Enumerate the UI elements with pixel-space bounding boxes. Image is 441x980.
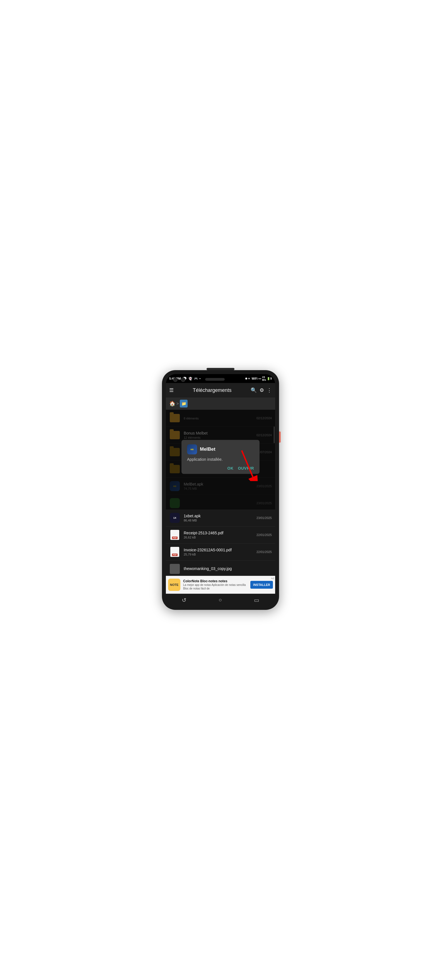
list-item[interactable]: thewomanking_03_copy.jpg	[166, 560, 275, 576]
list-item[interactable]: PDF Invoice-232612A5-0001.pdf 25,79 kB 2…	[166, 544, 275, 560]
home-folder-icon[interactable]: 🏠	[169, 401, 175, 407]
pdf-icon: PDF	[169, 529, 180, 541]
dialog-open-button[interactable]: OUVRIR	[238, 466, 254, 471]
breadcrumb: 🏠 > 📁	[166, 398, 275, 410]
filter-icon[interactable]: ⚙	[260, 387, 264, 393]
ad-label: Ad	[271, 577, 274, 580]
breadcrumb-arrow: >	[177, 401, 179, 406]
search-icon[interactable]: 🔍	[251, 387, 257, 393]
ghost-icon: 👻	[188, 377, 193, 380]
app-title: Téléchargements	[177, 387, 248, 393]
file-name: thewomanking_03_copy.jpg	[184, 566, 272, 571]
file-name: 1xbet.apk	[184, 514, 256, 518]
current-folder-icon[interactable]: 📁	[180, 400, 188, 407]
list-item[interactable]: PDF Receipt-2513-2465.pdf 26,62 kB 22/01…	[166, 527, 275, 544]
ad-text: ColorNote Bloc-notes notes La mejor app …	[183, 579, 248, 590]
ad-install-button[interactable]: INSTALLER	[250, 581, 273, 589]
status-icons: ✱ ᯤ WiFi ▪▪▪ 23B/s 🔋9	[245, 376, 272, 381]
bottom-navigation: ↺ ○ ▭	[166, 594, 275, 606]
install-dialog: MB MelBet Application installée. OK OUVR…	[181, 440, 260, 474]
file-info: 1xbet.apk 86,48 MB	[184, 514, 256, 522]
file-name: Invoice-232612A5-0001.pdf	[184, 548, 256, 552]
ad-banner[interactable]: NOTE ColorNote Bloc-notes notes La mejor…	[166, 576, 275, 594]
file-meta: 25,79 kB	[184, 553, 256, 556]
apk-icon: 1X	[169, 512, 180, 523]
menu-icon[interactable]: ☰	[169, 387, 174, 393]
ad-app-icon: NOTE	[168, 579, 180, 591]
battery-icon: 🔋9	[267, 377, 272, 380]
dot-icon: •	[200, 377, 201, 380]
file-meta: 26,62 kB	[184, 536, 256, 539]
file-list: 8 éléments 02/12/2024 Bonus Melbet 12 él…	[166, 410, 275, 509]
recents-button[interactable]: ▭	[254, 597, 259, 603]
file-info: Receipt-2513-2465.pdf 26,62 kB	[184, 531, 256, 539]
signal-icon: ᯤ	[248, 377, 251, 380]
gamepad-icon: 🎮	[194, 377, 198, 380]
pdf-icon: PDF	[169, 546, 180, 557]
speed-text: 23B/s	[262, 376, 266, 381]
home-button[interactable]: ○	[218, 597, 222, 603]
dialog-ok-button[interactable]: OK	[228, 466, 234, 471]
file-date: 22/01/2025	[256, 550, 272, 554]
img-icon	[169, 563, 180, 574]
dialog-header: MB MelBet	[187, 444, 254, 454]
file-info: thewomanking_03_copy.jpg	[184, 566, 272, 571]
dialog-message: Application installée.	[187, 457, 254, 461]
wifi-icon: WiFi	[252, 377, 258, 380]
dialog-buttons: OK OUVRIR	[187, 466, 254, 471]
back-button[interactable]: ↺	[182, 597, 186, 603]
ad-description: La mejor app de notas Aplicación de nota…	[183, 583, 248, 590]
dialog-app-icon: MB	[187, 444, 197, 454]
bluetooth-status-icon: ✱	[245, 377, 247, 380]
file-meta: 86,48 MB	[184, 519, 256, 522]
app-bar: ☰ Téléchargements 🔍 ⚙ ⋮	[166, 383, 275, 398]
file-info: Invoice-232612A5-0001.pdf 25,79 kB	[184, 548, 256, 556]
dialog-app-name: MelBet	[200, 447, 215, 452]
list-item[interactable]: 1X 1xbet.apk 86,48 MB 23/01/2025	[166, 509, 275, 527]
file-date: 22/01/2025	[256, 533, 272, 536]
ad-title: ColorNote Bloc-notes notes	[183, 579, 248, 583]
more-options-icon[interactable]: ⋮	[267, 387, 272, 393]
network-icon: ▪▪▪	[258, 377, 261, 380]
file-date: 23/01/2025	[256, 516, 272, 520]
file-name: Receipt-2513-2465.pdf	[184, 531, 256, 535]
